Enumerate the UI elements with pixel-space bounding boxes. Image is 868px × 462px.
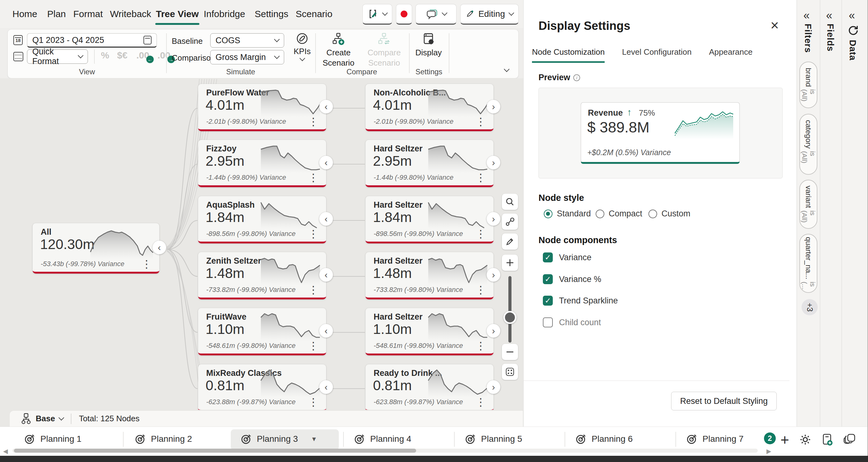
- filter-pill-brand[interactable]: brand is (All): [799, 62, 817, 108]
- comparison-dropdown[interactable]: Gross Margin: [210, 50, 284, 64]
- info-icon[interactable]: i: [573, 74, 580, 81]
- percent-format-icon[interactable]: %: [101, 50, 109, 61]
- tree-node[interactable]: FruitWave 1.10m -548.61m (-99.80%) Varia…: [198, 308, 326, 355]
- collapse-node-button[interactable]: ‹: [153, 241, 166, 254]
- zoom-out-button[interactable]: [502, 344, 518, 360]
- node-menu-icon[interactable]: ⋮: [475, 341, 486, 351]
- editing-mode-button[interactable]: Editing: [460, 4, 519, 25]
- tree-node[interactable]: Zenith Seltzer 1.48m -733.82m (-99.80%) …: [198, 252, 326, 299]
- radio-custom[interactable]: Custom: [648, 209, 690, 219]
- currency-format-icon[interactable]: $€: [117, 50, 127, 61]
- new-document-button[interactable]: [820, 433, 834, 446]
- expand-node-button[interactable]: ›: [487, 380, 500, 394]
- calendar-icon[interactable]: [144, 36, 152, 45]
- tab-level-configuration[interactable]: Level Configuration: [622, 47, 692, 61]
- tree-node[interactable]: Hard Seltzer 1.84m -898.56m (-99.80%) Va…: [366, 196, 493, 243]
- tab-planning-7[interactable]: Planning 7: [686, 427, 743, 451]
- expand-filters-icon[interactable]: «: [803, 10, 810, 21]
- checkbox-variance-percent[interactable]: ✓ Variance %: [543, 274, 601, 284]
- node-menu-icon[interactable]: ⋮: [475, 397, 486, 407]
- baseline-dropdown[interactable]: COGS: [210, 33, 284, 48]
- collapse-node-button[interactable]: ‹: [319, 156, 333, 169]
- tab-dropdown-icon[interactable]: ▼: [311, 436, 317, 443]
- menu-scenario[interactable]: Scenario: [296, 0, 332, 28]
- close-icon[interactable]: ×: [771, 18, 779, 32]
- node-menu-icon[interactable]: ⋮: [475, 229, 486, 239]
- expand-data-icon[interactable]: «: [849, 10, 855, 21]
- create-scenario-button[interactable]: Create Scenario: [318, 33, 359, 68]
- collapse-node-button[interactable]: ‹: [319, 212, 333, 226]
- fields-panel-tab[interactable]: Fields: [825, 24, 835, 52]
- expand-node-button[interactable]: ›: [487, 324, 500, 338]
- menu-writeback[interactable]: Writeback: [110, 0, 151, 28]
- add-tab-button[interactable]: +: [778, 433, 791, 446]
- node-menu-icon[interactable]: ⋮: [475, 116, 486, 127]
- node-menu-icon[interactable]: ⋮: [308, 116, 319, 127]
- tab-scrollbar-thumb[interactable]: [14, 449, 416, 453]
- collapse-node-button[interactable]: ‹: [319, 380, 333, 394]
- tree-node[interactable]: Hard Seltzer 1.10m -548.61m (-99.80%) Va…: [366, 308, 493, 355]
- menu-home[interactable]: Home: [12, 0, 37, 28]
- duplicate-button[interactable]: [843, 433, 856, 446]
- kpis-dropdown-button[interactable]: KPIs: [289, 33, 315, 60]
- connector-tool-button[interactable]: [502, 213, 518, 230]
- expand-node-button[interactable]: ›: [487, 100, 500, 114]
- menu-infobridge[interactable]: Infobridge: [204, 0, 245, 28]
- display-settings-button[interactable]: Display: [411, 33, 446, 58]
- filter-pill-quarter[interactable]: quarter_na... is (...: [799, 234, 817, 293]
- node-menu-icon[interactable]: ⋮: [308, 341, 319, 351]
- menu-tree-view[interactable]: Tree View: [156, 0, 199, 28]
- tree-canvas[interactable]: All 120.30m -53.43b (-99.78%) Variance ⋮…: [0, 78, 523, 410]
- search-canvas-button[interactable]: [502, 194, 518, 210]
- tree-node[interactable]: Hard Seltzer 1.48m -733.82m (-99.80%) Va…: [366, 252, 493, 299]
- compare-scenario-button[interactable]: Compare Scenario: [363, 33, 406, 68]
- expand-node-button[interactable]: ›: [487, 156, 500, 169]
- tree-node[interactable]: Ready to Drink ... 0.81m -623.88m (-99.8…: [366, 365, 493, 410]
- decrease-decimal-icon[interactable]: .00←: [136, 50, 149, 61]
- zoom-slider-thumb[interactable]: [503, 311, 517, 324]
- node-menu-icon[interactable]: ⋮: [475, 172, 486, 183]
- expand-node-button[interactable]: ›: [487, 212, 500, 226]
- zoom-in-button[interactable]: [502, 255, 518, 271]
- collapse-node-button[interactable]: ‹: [319, 324, 333, 338]
- tree-node[interactable]: Hard Seltzer 2.95m -1.44b (-99.80%) Vari…: [366, 140, 493, 187]
- menu-settings[interactable]: Settings: [255, 0, 288, 28]
- checkbox-child-count[interactable]: Child count: [543, 317, 601, 327]
- notification-badge[interactable]: 2: [764, 432, 776, 444]
- tab-node-customization[interactable]: Node Customization: [532, 47, 604, 63]
- scenario-selector-label[interactable]: Base: [36, 414, 55, 424]
- tree-node[interactable]: Non-Alcoholic B... 4.01m -2.01b (-99.80%…: [366, 84, 493, 131]
- more-filters-badge[interactable]: +3: [802, 299, 818, 315]
- tree-node-root[interactable]: All 120.30m -53.43b (-99.78%) Variance ⋮…: [33, 223, 159, 273]
- tree-node[interactable]: AquaSplash 1.84m -898.56m (-99.80%) Vari…: [198, 196, 326, 243]
- settings-button[interactable]: [799, 433, 812, 446]
- tree-node[interactable]: FizzJoy 2.95m -1.44b (-99.80%) Variance …: [198, 140, 326, 187]
- checkbox-trend-sparkline[interactable]: ✓ Trend Sparkline: [543, 296, 618, 306]
- tab-planning-1[interactable]: Planning 1: [24, 427, 81, 451]
- node-menu-icon[interactable]: ⋮: [475, 285, 486, 295]
- node-menu-icon[interactable]: ⋮: [308, 285, 319, 295]
- data-panel-tab[interactable]: Data: [847, 40, 858, 61]
- tab-planning-4[interactable]: Planning 4: [354, 427, 411, 451]
- tree-node[interactable]: PureFlow Water 4.01m -2.01b (-99.80%) Va…: [198, 84, 326, 131]
- tab-appearance[interactable]: Appearance: [709, 47, 752, 61]
- record-button[interactable]: [396, 4, 412, 25]
- tree-node[interactable]: MixReady Classics 0.81m -623.88m (-99.87…: [198, 365, 326, 410]
- collapse-node-button[interactable]: ‹: [319, 100, 333, 114]
- refresh-icon[interactable]: [847, 24, 859, 36]
- node-menu-icon[interactable]: ⋮: [308, 397, 319, 407]
- tab-planning-2[interactable]: Planning 2: [135, 427, 192, 451]
- annotate-tool-button[interactable]: [363, 4, 392, 25]
- increase-decimal-icon[interactable]: .00→: [157, 50, 170, 61]
- radio-compact[interactable]: Compact: [596, 209, 642, 219]
- filter-pill-category[interactable]: category is (All): [799, 114, 817, 175]
- scroll-right-icon[interactable]: ▶: [767, 447, 771, 455]
- expand-node-button[interactable]: ›: [487, 268, 500, 282]
- menu-format[interactable]: Format: [73, 0, 103, 28]
- zoom-slider-track[interactable]: [508, 276, 512, 343]
- filter-pill-variant[interactable]: variant is (All): [799, 180, 817, 229]
- filters-panel-tab[interactable]: Filters: [803, 24, 813, 53]
- comments-button[interactable]: [415, 4, 457, 25]
- radio-standard[interactable]: Standard: [544, 209, 591, 219]
- menu-plan[interactable]: Plan: [47, 0, 66, 28]
